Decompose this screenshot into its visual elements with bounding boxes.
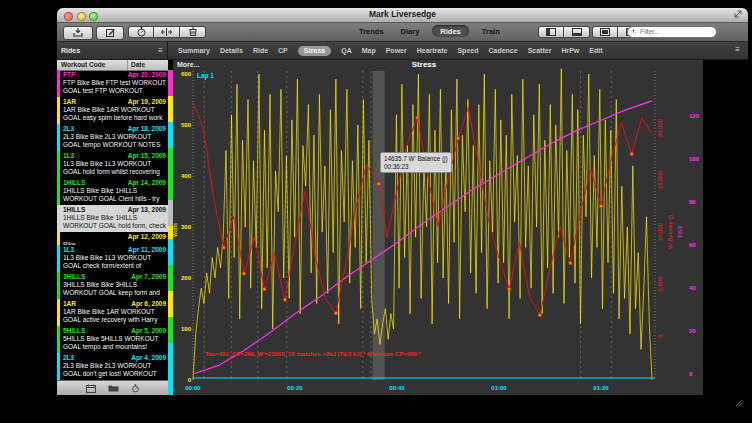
trash-button[interactable] bbox=[180, 26, 206, 38]
ride-list[interactable]: FTPApr 20, 2009FTP Bike Bike FTP test WO… bbox=[57, 70, 168, 381]
filter-input[interactable] bbox=[638, 27, 712, 36]
svg-text:500: 500 bbox=[181, 122, 192, 128]
stopwatch-small-icon[interactable] bbox=[131, 384, 140, 393]
sidebar-header-label: Rides bbox=[61, 47, 80, 54]
ride-code: 1L3 bbox=[63, 246, 74, 254]
view-tab-trends[interactable]: Trends bbox=[355, 25, 388, 37]
view-tabs: TrendsDiaryRidesTrain bbox=[355, 25, 504, 37]
chart-tab-cp[interactable]: CP bbox=[278, 47, 288, 54]
svg-text:20,000: 20,000 bbox=[657, 118, 663, 137]
ride-date: Apr 11, 2009 bbox=[128, 246, 166, 254]
ride-row[interactable]: FTPApr 20, 2009FTP Bike Bike FTP test WO… bbox=[57, 70, 168, 97]
sidebar-header[interactable]: Rides ≡ bbox=[57, 42, 168, 59]
svg-text:0: 0 bbox=[657, 334, 663, 338]
tab-row: Rides ≡ SummaryDetailsRideCPStressQAMapP… bbox=[57, 42, 748, 60]
stress-chart-panel[interactable]: More... Stress 6005004003002001000Watts2… bbox=[173, 60, 703, 395]
sidebar-menu-icon[interactable]: ≡ bbox=[158, 47, 163, 55]
ride-date: Apr 19, 2009 bbox=[128, 98, 166, 106]
chart-tab-ride[interactable]: Ride bbox=[253, 47, 268, 54]
ride-code: 2L3 bbox=[63, 125, 74, 133]
svg-text:W' Balance (j): W' Balance (j) bbox=[667, 215, 673, 249]
chart-tab-cadence[interactable]: Cadence bbox=[488, 47, 517, 54]
chart-tab-map[interactable]: Map bbox=[362, 47, 376, 54]
ride-description: 3HILLS Bike Bike 3HILLS WORKOUT GOAL kee… bbox=[63, 281, 166, 297]
svg-text:Watts: Watts bbox=[173, 223, 178, 237]
chart-tab-qa[interactable]: QA bbox=[341, 47, 352, 54]
chart-tab-details[interactable]: Details bbox=[220, 47, 243, 54]
ride-row[interactable]: 1L3Apr 15, 20091L3 Bike Bike 1L3 WORKOUT… bbox=[57, 151, 168, 178]
chart-tab-summary[interactable]: Summary bbox=[178, 47, 210, 54]
column-date[interactable]: Date bbox=[128, 60, 168, 70]
intervals-button[interactable] bbox=[154, 26, 180, 38]
single-view-icon bbox=[600, 28, 610, 36]
ride-row[interactable]: 3HILLSApr 7, 20093HILLS Bike Bike 3HILLS… bbox=[57, 272, 168, 299]
ride-description: 2L3 Bike Bike 2L3 WORKOUT GOAL don't get… bbox=[63, 362, 166, 378]
single-view-button[interactable] bbox=[592, 26, 618, 38]
svg-text:600: 600 bbox=[181, 71, 192, 77]
ride-row[interactable]: 1HILLSApr 13, 20091HILLS Bike Bike 1HILL… bbox=[57, 205, 168, 232]
ride-description: 1AR Bike Bike 1AR WORKOUT GOAL easy spim… bbox=[63, 106, 166, 122]
ride-row[interactable]: 1ARApr 6, 20091AR Bike Bike 1AR WORKOUT … bbox=[57, 299, 168, 326]
trash-icon bbox=[189, 27, 197, 36]
edit-button[interactable] bbox=[96, 26, 124, 40]
ride-row[interactable]: Apr 12, 2009Bike bbox=[57, 232, 168, 245]
svg-text:00:40: 00:40 bbox=[389, 385, 405, 391]
chart-menu-icon[interactable]: ≡ bbox=[735, 46, 740, 54]
resize-icon[interactable] bbox=[734, 10, 742, 20]
svg-text:Lap 1: Lap 1 bbox=[197, 72, 214, 80]
resize-grip-icon[interactable] bbox=[735, 399, 743, 409]
ride-code: 1AR bbox=[63, 98, 76, 106]
ride-row[interactable]: 1L3Apr 11, 20091L3 Bike Bike 1L3 WORKOUT… bbox=[57, 245, 168, 272]
filter-field[interactable] bbox=[627, 26, 717, 38]
svg-text:0: 0 bbox=[689, 371, 693, 377]
view-tab-train[interactable]: Train bbox=[478, 25, 504, 37]
ride-row[interactable]: 2L3Apr 4, 20092L3 Bike Bike 2L3 WORKOUT … bbox=[57, 353, 168, 380]
ride-row[interactable]: 5HILLSApr 5, 20095HILLS Bike 5HILLS WORK… bbox=[57, 326, 168, 353]
ride-date: Apr 13, 2009 bbox=[128, 206, 166, 214]
stress-plot[interactable]: 6005004003002001000Watts20,00015,00010,0… bbox=[173, 60, 703, 395]
empty-panel bbox=[703, 60, 748, 395]
filter-funnel-icon bbox=[632, 28, 636, 35]
view-tab-rides[interactable]: Rides bbox=[432, 25, 468, 37]
ride-date: Apr 4, 2009 bbox=[131, 354, 166, 362]
ride-row[interactable]: 2L3Apr 18, 20092L3 Bike Bike 2L3 WORKOUT… bbox=[57, 124, 168, 151]
chart-tab-hrpw[interactable]: HrPw bbox=[561, 47, 579, 54]
bottombar-toggle-button[interactable] bbox=[564, 26, 590, 38]
ride-row[interactable]: 1HILLSApr 14, 20091HILLS Bike Bike 1HILL… bbox=[57, 178, 168, 205]
ride-code: 1AR bbox=[63, 300, 76, 308]
stopwatch-icon bbox=[137, 27, 146, 37]
svg-text:01:20: 01:20 bbox=[593, 385, 609, 391]
import-button[interactable] bbox=[63, 26, 93, 40]
svg-text:TISS: TISS bbox=[677, 226, 683, 239]
chart-tab-power[interactable]: Power bbox=[386, 47, 407, 54]
svg-text:00:00: 00:00 bbox=[185, 385, 201, 391]
ride-date: Apr 12, 2009 bbox=[128, 233, 166, 241]
ride-date: Apr 14, 2009 bbox=[128, 179, 166, 187]
chart-tab-stress[interactable]: Stress bbox=[298, 46, 331, 56]
ride-row[interactable]: 1ARApr 19, 20091AR Bike Bike 1AR WORKOUT… bbox=[57, 97, 168, 124]
ride-description: 1HILLS Bike Bike 1HILLS WORKOUT GOAL hol… bbox=[63, 214, 166, 230]
calendar-icon[interactable] bbox=[86, 384, 96, 393]
view-tab-diary[interactable]: Diary bbox=[397, 25, 424, 37]
chart-tab-speed[interactable]: Speed bbox=[457, 47, 478, 54]
cursor-tooltip: 14635.7 W' Balance (j) 00:36:23 bbox=[380, 152, 452, 173]
folder-icon[interactable] bbox=[108, 384, 119, 392]
svg-text:100: 100 bbox=[689, 156, 700, 162]
ride-date: Apr 6, 2009 bbox=[131, 300, 166, 308]
svg-text:40: 40 bbox=[689, 285, 696, 291]
tooltip-value: 14635.7 W' Balance (j) bbox=[384, 155, 448, 163]
svg-text:20: 20 bbox=[689, 328, 696, 334]
sidebar-toggle-button[interactable] bbox=[538, 26, 564, 38]
svg-text:10,000: 10,000 bbox=[657, 222, 663, 241]
ride-description: 1L3 Bike Bike 1L3 WORKOUT GOAL hold form… bbox=[63, 160, 166, 176]
title-bar[interactable]: Mark Liversedge bbox=[57, 8, 748, 23]
chart-tab-scatter[interactable]: Scatter bbox=[528, 47, 552, 54]
ride-description: 1L3 Bike Bike 1L3 WORKOUT GOAL check for… bbox=[63, 254, 166, 272]
chart-tab-edit[interactable]: Edit bbox=[589, 47, 602, 54]
ride-code: 3HILLS bbox=[63, 273, 85, 281]
column-workout-code[interactable]: Workout Code bbox=[57, 60, 128, 70]
import-icon bbox=[73, 28, 83, 37]
ride-date: Apr 15, 2009 bbox=[128, 152, 166, 160]
chart-tab-heartrate[interactable]: Heartrate bbox=[417, 47, 448, 54]
stopwatch-button[interactable] bbox=[128, 26, 154, 38]
